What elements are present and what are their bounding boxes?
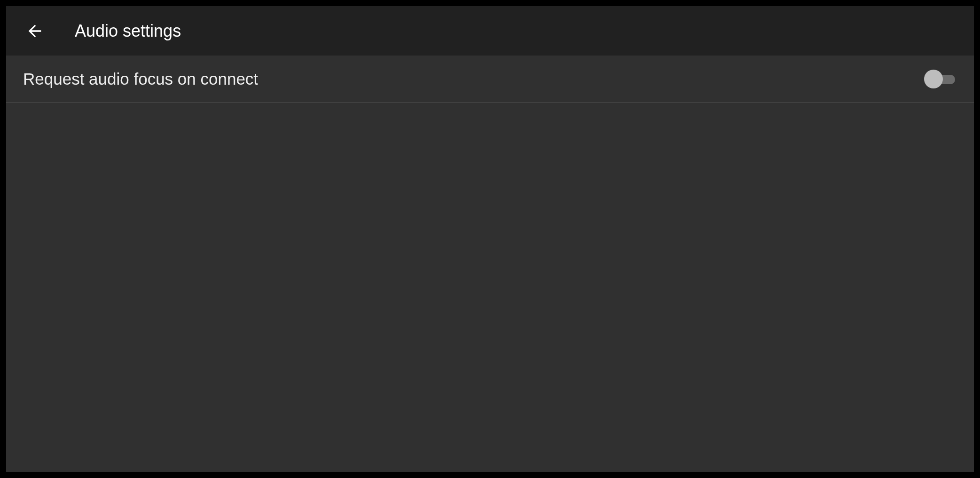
arrow-back-icon bbox=[25, 22, 44, 40]
toggle-request-audio-focus[interactable] bbox=[925, 73, 955, 85]
toggle-thumb bbox=[924, 70, 943, 88]
screen: Audio settings Request audio focus on co… bbox=[6, 6, 974, 472]
setting-label: Request audio focus on connect bbox=[23, 70, 925, 88]
app-frame: Audio settings Request audio focus on co… bbox=[0, 0, 980, 478]
header: Audio settings bbox=[6, 6, 974, 56]
back-button[interactable] bbox=[23, 19, 47, 43]
settings-list: Request audio focus on connect bbox=[6, 56, 974, 472]
setting-request-audio-focus[interactable]: Request audio focus on connect bbox=[6, 56, 974, 103]
page-title: Audio settings bbox=[75, 21, 181, 41]
